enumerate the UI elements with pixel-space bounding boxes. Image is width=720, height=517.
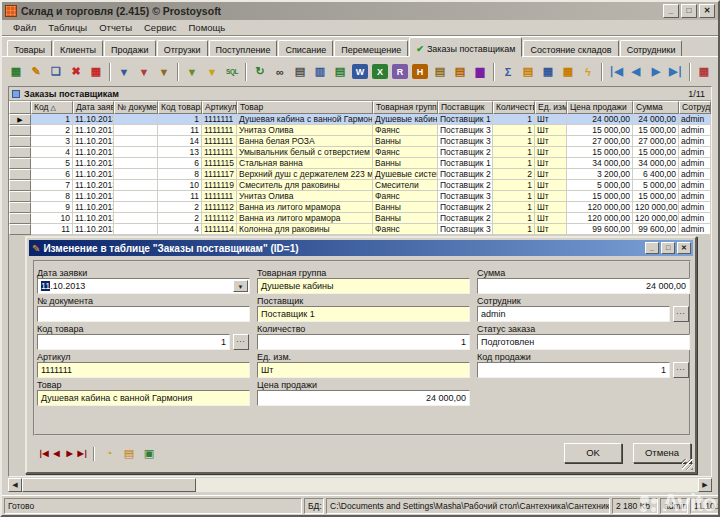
row-selector[interactable] <box>9 125 31 136</box>
clear-table-icon[interactable]: ▦ <box>87 63 105 81</box>
tab-5[interactable]: Списание <box>278 40 333 57</box>
minimize-button[interactable]: _ <box>663 4 679 18</box>
autocalc-icon[interactable]: ϟ <box>579 63 597 81</box>
record-next-icon[interactable]: ▶ <box>63 447 76 461</box>
computed-columns-icon[interactable]: Σ <box>499 63 517 81</box>
row-selector[interactable] <box>9 224 31 235</box>
find-icon[interactable]: ∞ <box>271 63 289 81</box>
delete-record-icon[interactable]: ✖ <box>67 63 85 81</box>
column-header-5[interactable]: Артикул <box>202 101 237 114</box>
table-row[interactable]: 311.10.2013141111111Ванна белая РОЗАВанн… <box>9 136 711 147</box>
employee-lookup-button[interactable]: ... <box>673 306 689 322</box>
export-rtf-icon[interactable]: R <box>392 64 408 79</box>
row-selector[interactable] <box>9 147 31 158</box>
record-prev-icon[interactable]: ◀ <box>50 447 63 461</box>
edit-record-icon[interactable]: ✎ <box>27 63 45 81</box>
column-header-9[interactable]: Количество <box>493 101 535 114</box>
row-selector[interactable] <box>9 180 31 191</box>
column-header-8[interactable]: Поставщик <box>438 101 493 114</box>
refresh-icon[interactable]: ↻ <box>251 63 269 81</box>
article-field[interactable]: 1111111 <box>37 362 250 378</box>
dialog-minimize-button[interactable]: _ <box>645 242 659 254</box>
table-row[interactable]: 1011.10.201321111112Ванна из литого мрам… <box>9 213 711 224</box>
ok-button[interactable]: OK <box>564 443 622 463</box>
menu-item-4[interactable]: Помощь <box>183 21 232 34</box>
product-group-field[interactable]: Душевые кабины <box>257 278 470 294</box>
tab-8[interactable]: Состояние складов <box>523 40 618 57</box>
tab-0[interactable]: Товары <box>7 40 52 57</box>
table-row[interactable]: 411.10.2013131111111Умывальник белый с о… <box>9 147 711 158</box>
tab-7[interactable]: ✔Заказы поставщикам <box>409 37 522 57</box>
export-word-icon[interactable]: W <box>352 64 368 79</box>
filter-edit-icon[interactable]: ▼ <box>135 63 153 81</box>
table-row[interactable]: 911.10.201321111112Ванна из литого мрамо… <box>9 202 711 213</box>
chart-icon[interactable]: ▆ <box>471 63 489 81</box>
filter-saved-icon[interactable]: ▼ <box>203 63 221 81</box>
history-icon[interactable]: ◔ <box>101 446 117 462</box>
quantity-field[interactable]: 1 <box>257 334 470 350</box>
export-html-icon[interactable]: H <box>412 64 428 79</box>
product-code-lookup-button[interactable]: ... <box>233 334 249 350</box>
filter-clear-icon[interactable]: ▼ <box>155 63 173 81</box>
add-record-icon[interactable]: ▦ <box>7 63 25 81</box>
tab-9[interactable]: Сотрудники <box>620 40 683 57</box>
column-header-13[interactable]: Сотрудник <box>679 101 711 114</box>
scroll-right-icon[interactable]: ▶ <box>698 478 712 492</box>
sale-price-field[interactable]: 24 000,00 <box>257 390 470 406</box>
table-row[interactable]: 511.10.201361111115Стальная ваннаВанныПо… <box>9 158 711 169</box>
filter-icon[interactable]: ▼ <box>115 63 133 81</box>
column-header-3[interactable]: № документа <box>114 101 158 114</box>
tab-4[interactable]: Поступление <box>209 40 278 57</box>
tab-2[interactable]: Продажи <box>104 40 156 57</box>
tab-1[interactable]: Клиенты <box>53 40 103 57</box>
row-selector[interactable] <box>9 213 31 224</box>
column-header-4[interactable]: Код товара <box>158 101 202 114</box>
row-selector[interactable]: ▶ <box>9 114 31 125</box>
scroll-left-icon[interactable]: ◀ <box>8 478 22 492</box>
close-button[interactable]: ✕ <box>699 4 715 18</box>
product-code-field[interactable]: 1 <box>37 334 230 350</box>
print-icon[interactable]: ▤ <box>291 63 309 81</box>
table-row[interactable]: 811.10.2013111111111Унитаз ОливаФаянсПос… <box>9 191 711 202</box>
export-template-icon[interactable]: ▤ <box>331 63 349 81</box>
record-first-icon[interactable]: ∣◀ <box>37 447 50 461</box>
table-row[interactable]: 711.10.2013101111119Смеситель для ракови… <box>9 180 711 191</box>
column-header-6[interactable]: Товар <box>237 101 373 114</box>
dialog-close-button[interactable]: ✕ <box>677 242 691 254</box>
document-number-field[interactable] <box>37 306 250 322</box>
nav-first-icon[interactable]: ∣◀ <box>607 63 625 81</box>
product-field[interactable]: Душевая кабина с ванной Гармония <box>37 390 250 406</box>
sale-code-field[interactable]: 1 <box>477 362 670 378</box>
tab-6[interactable]: Перемещение <box>334 40 408 57</box>
unit-field[interactable]: Шт <box>257 362 470 378</box>
export-excel-icon[interactable]: X <box>372 64 388 79</box>
column-header-11[interactable]: Цена продажи <box>567 101 633 114</box>
scroll-thumb[interactable] <box>22 478 196 492</box>
default-values-icon[interactable]: ▤ <box>519 63 537 81</box>
copy-record-icon[interactable]: ❏ <box>47 63 65 81</box>
row-selector[interactable] <box>9 169 31 180</box>
order-status-field[interactable]: Подготовлен <box>477 334 690 350</box>
request-date-dropdown-button[interactable]: ▼ <box>233 280 248 292</box>
menu-item-0[interactable]: Файл <box>7 21 42 34</box>
resize-grip-icon[interactable] <box>682 459 693 470</box>
horizontal-scrollbar[interactable]: ◀ ▶ <box>8 478 712 492</box>
employee-field[interactable]: admin <box>477 306 670 322</box>
column-header-10[interactable]: Ед. изм. <box>535 101 567 114</box>
table-row[interactable]: 611.10.201381111117Верхний душ с держате… <box>9 169 711 180</box>
dialog-maximize-button[interactable]: □ <box>661 242 675 254</box>
table-row[interactable]: 211.10.2013111111111Унитаз ОливаФаянсПос… <box>9 125 711 136</box>
form-fields-icon[interactable]: ▦ <box>559 63 577 81</box>
column-header-1[interactable]: Код△ <box>31 101 73 114</box>
merge-docs-icon[interactable]: ▤ <box>431 63 449 81</box>
menu-item-3[interactable]: Сервис <box>138 21 183 34</box>
row-selector[interactable] <box>9 202 31 213</box>
row-selector[interactable] <box>9 158 31 169</box>
column-header-2[interactable]: Дата заявки <box>73 101 114 114</box>
table-row[interactable]: ▶111.10.201311111111Душевая кабина с ван… <box>9 114 711 125</box>
selector-column-header[interactable] <box>9 101 31 114</box>
row-selector[interactable] <box>9 191 31 202</box>
tab-3[interactable]: Отгрузки <box>157 40 208 57</box>
nav-last-icon[interactable]: ▶∣ <box>667 63 685 81</box>
filter-quick-icon[interactable]: ▼ <box>183 63 201 81</box>
